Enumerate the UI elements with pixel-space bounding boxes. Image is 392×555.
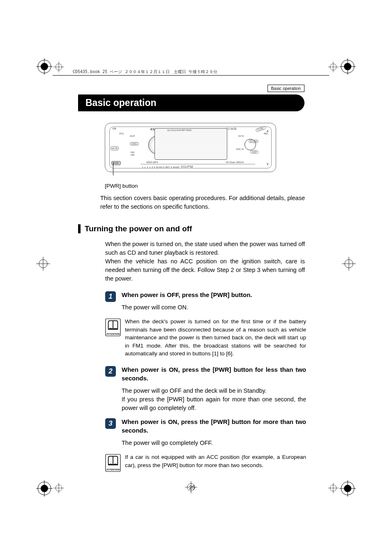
step-title: When power is OFF, press the [PWR] butto… <box>122 290 306 299</box>
attention-icon: ATTENTION <box>105 454 121 474</box>
device-label-discin: DISC IN <box>236 148 244 150</box>
attention-icon: ATTENTION <box>105 318 121 338</box>
step-title: When power is ON, press the [PWR] button… <box>122 365 306 382</box>
crop-mark-icon <box>36 58 53 75</box>
crop-mark-icon <box>339 58 356 75</box>
page-number: 25 <box>78 484 306 491</box>
pwr-pointer-line <box>113 162 113 175</box>
step-number-badge: 2 <box>105 366 116 377</box>
attention-text: When the deck's power is turned on for t… <box>125 318 306 358</box>
step-1: 1 When power is OFF, press the [PWR] but… <box>105 290 306 312</box>
device-label-buttons: 1 ∨ 2 ∧ 3 4 SCAN 5 RPT 6 RAND <box>142 166 180 168</box>
step-text: The power will go completely OFF. <box>122 439 306 447</box>
device-label-cd: CD <box>113 127 116 130</box>
pwr-button-callout: [PWR] button <box>105 183 306 189</box>
device-label-mute: MUTE <box>111 146 119 150</box>
device-label-sound: SOUND <box>249 140 258 143</box>
subheading-text: Turning the power on and off <box>85 224 192 233</box>
step-text: The power will come ON. <box>122 303 306 312</box>
crop-mark-icon <box>53 483 64 493</box>
header-rule <box>53 75 329 76</box>
subheading-bar-icon <box>78 224 81 233</box>
device-label-cdin: CD IN <box>238 135 244 137</box>
step-number-badge: 3 <box>105 418 116 429</box>
crop-mark-icon <box>328 483 339 493</box>
intro-text: This section covers basic operating proc… <box>100 194 305 211</box>
step-2: 2 When power is ON, press the [PWR] butt… <box>105 365 306 412</box>
crop-mark-icon <box>36 257 50 271</box>
device-label-hdradio: HD Radio SIRIUS <box>226 161 244 164</box>
device-screen: ALL FOLD SCAN RPT RAND <box>154 128 227 160</box>
device-label-aux: AUX <box>130 135 135 137</box>
subheading: Turning the power on and off <box>78 224 306 233</box>
attention-text: If a car is not equipped with an ACC pos… <box>125 453 306 469</box>
sub-intro-2: When the vehicle has no ACC position on … <box>105 257 305 283</box>
crop-mark-icon <box>53 62 64 72</box>
device-label-wma: WMA MP3 <box>146 161 158 164</box>
sub-intro-1: When the power is turned on, the state u… <box>105 240 305 257</box>
crop-mark-icon <box>342 257 356 271</box>
crop-mark-icon <box>328 62 339 72</box>
running-header: CD5435.book 25 ページ ２００４年１２月１１日 土曜日 午後５時２… <box>73 69 217 75</box>
crop-mark-icon <box>36 480 53 497</box>
svg-text:ATTENTION: ATTENTION <box>106 468 120 471</box>
device-label-fmam: FM AM <box>131 151 134 156</box>
attention-note-2: ATTENTION If a car is not equipped with … <box>105 453 306 474</box>
device-label-disp: DISP <box>250 150 258 154</box>
device-illustration: CD VOL AUX DISC MUTE FM AM PWR ESN CD 54… <box>105 123 276 172</box>
device-label-disc: DISC <box>130 142 139 145</box>
step-number-badge: 1 <box>105 291 116 302</box>
crop-mark-icon <box>339 480 356 497</box>
step-title: When power is ON, press the [PWR] button… <box>122 417 306 435</box>
device-screen-top: ALL FOLD SCAN RPT RAND <box>167 129 191 131</box>
chapter-title: Basic operation <box>78 94 304 111</box>
device-label-eclipse: ECLIPSE <box>181 165 194 168</box>
attention-note-1: ATTENTION When the deck's power is turne… <box>105 318 306 358</box>
device-label-vol: VOL <box>119 132 124 135</box>
step-3: 3 When power is ON, press the [PWR] butt… <box>105 417 306 447</box>
step-text: The power will go OFF and the deck will … <box>122 387 306 412</box>
section-tab: Basic operation <box>267 85 304 92</box>
svg-text:ATTENTION: ATTENTION <box>106 333 120 335</box>
